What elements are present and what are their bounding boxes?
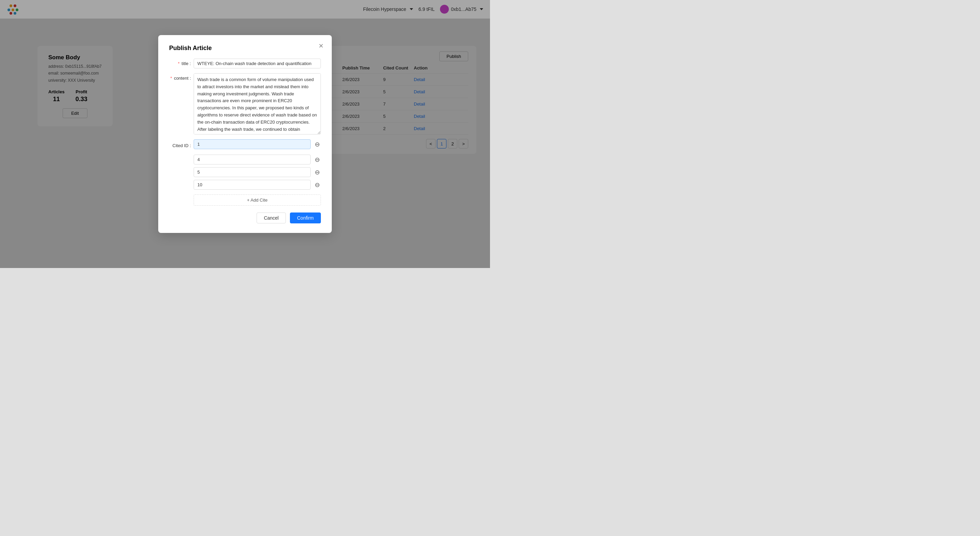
- modal-title: Publish Article: [169, 45, 321, 52]
- cite-row-1: ⊖: [169, 155, 321, 164]
- title-required-star: *: [178, 61, 180, 66]
- modal: Publish Article ✕ * title : * content : …: [158, 35, 332, 233]
- modal-close-button[interactable]: ✕: [317, 42, 325, 50]
- content-form-row: * content :: [169, 73, 321, 134]
- modal-overlay: Publish Article ✕ * title : * content : …: [0, 0, 490, 268]
- extra-cite-rows: ⊖ ⊖ ⊖: [169, 155, 321, 190]
- modal-footer: Cancel Confirm: [169, 212, 321, 223]
- content-required-star: *: [170, 76, 172, 81]
- cite-input-1[interactable]: [194, 155, 311, 164]
- title-label: * title :: [169, 59, 194, 66]
- title-input[interactable]: [194, 59, 321, 69]
- add-cite-button[interactable]: + Add Cite: [194, 195, 321, 206]
- cite-input-0[interactable]: [194, 139, 311, 149]
- cancel-button[interactable]: Cancel: [256, 212, 286, 223]
- cite-row-2: ⊖: [169, 167, 321, 177]
- remove-cite-0-button[interactable]: ⊖: [313, 140, 321, 148]
- cited-id-label-row: Cited ID : ⊖: [169, 139, 321, 152]
- remove-cite-3-button[interactable]: ⊖: [313, 181, 321, 189]
- remove-cite-1-button[interactable]: ⊖: [313, 156, 321, 163]
- confirm-button[interactable]: Confirm: [290, 212, 321, 223]
- title-form-row: * title :: [169, 59, 321, 69]
- cite-row-3: ⊖: [169, 180, 321, 190]
- cited-id-label: Cited ID :: [169, 143, 194, 148]
- content-textarea[interactable]: [194, 73, 321, 134]
- cite-input-2[interactable]: [194, 167, 311, 177]
- cite-input-3[interactable]: [194, 180, 311, 190]
- content-label: * content :: [169, 73, 194, 81]
- remove-cite-2-button[interactable]: ⊖: [313, 169, 321, 176]
- first-cite-row: ⊖: [194, 139, 321, 149]
- cited-id-section: Cited ID : ⊖ ⊖ ⊖ ⊖: [169, 139, 321, 190]
